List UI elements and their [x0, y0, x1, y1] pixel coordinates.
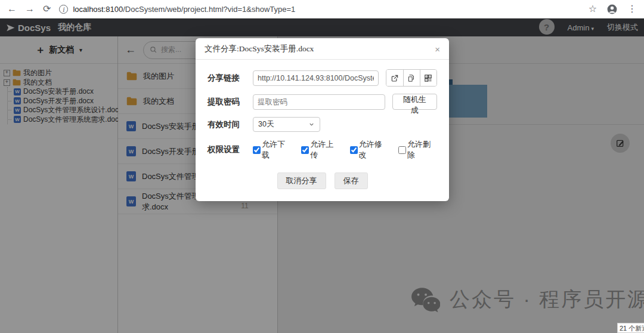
expire-label: 有效时间	[208, 119, 253, 130]
address-bar[interactable]: i localhost:8100/DocSystem/web/project.h…	[59, 5, 580, 14]
link-actions	[386, 69, 437, 87]
browser-toolbar: ← → ⟳ i localhost:8100/DocSystem/web/pro…	[0, 0, 644, 18]
open-link-button[interactable]	[386, 70, 402, 86]
site-info-icon[interactable]: i	[59, 5, 68, 14]
url-path: /DocSystem/web/project.html?vid=1&showTy…	[123, 5, 295, 14]
perm-checkbox[interactable]	[398, 146, 406, 154]
copy-link-button[interactable]	[403, 70, 420, 86]
chevron-down-icon	[308, 121, 315, 128]
notification-toast[interactable]: 21 个新通知	[617, 323, 644, 333]
share-link-label: 分享链接	[208, 73, 253, 84]
browser-profile-icon[interactable]	[606, 4, 618, 15]
perm-label: 允许下载	[262, 139, 292, 161]
random-generate-button[interactable]: 随机生成	[392, 94, 437, 110]
perm-allow-download[interactable]: 允许下载	[253, 139, 292, 161]
save-button[interactable]: 保存	[335, 172, 368, 189]
perm-checkbox[interactable]	[253, 146, 261, 154]
bookmark-star-icon[interactable]: ☆	[589, 4, 597, 14]
password-input[interactable]	[253, 94, 385, 110]
qr-code-icon	[424, 74, 432, 82]
browser-reload-icon[interactable]: ⟳	[43, 4, 51, 14]
browser-menu-icon[interactable]: ⋮	[627, 4, 637, 14]
external-link-icon	[391, 74, 399, 82]
browser-forward-icon[interactable]: →	[25, 4, 35, 14]
perm-checkbox[interactable]	[301, 146, 309, 154]
page: DocSys 我的仓库 ? Admin▾ 切换模式 ＋ 新文档 ▾ + 我的图片	[0, 18, 644, 333]
perm-allow-modify[interactable]: 允许修改	[350, 139, 389, 161]
perm-label: 允许修改	[359, 139, 389, 161]
perm-label: 允许上传	[310, 139, 340, 161]
permissions-label: 权限设置	[208, 144, 253, 155]
perm-label: 允许删除	[407, 139, 437, 161]
dialog-title: 文件分享:DocSys安装手册.docx	[205, 44, 314, 54]
share-link-input[interactable]	[253, 70, 379, 86]
perm-allow-upload[interactable]: 允许上传	[301, 139, 340, 161]
expire-value: 30天	[258, 119, 274, 130]
url-host: localhost:8100	[73, 5, 123, 14]
copy-icon	[407, 74, 416, 82]
perm-checkbox[interactable]	[350, 146, 358, 154]
close-icon[interactable]: ×	[435, 45, 440, 54]
expire-select[interactable]: 30天	[253, 117, 320, 132]
cancel-share-button[interactable]: 取消分享	[277, 172, 326, 189]
password-label: 提取密码	[208, 97, 253, 107]
perm-allow-delete[interactable]: 允许删除	[398, 139, 437, 161]
browser-back-icon[interactable]: ←	[7, 4, 17, 14]
permissions-group: 允许下载 允许上传 允许修改 允许删除	[253, 139, 437, 161]
qr-code-button[interactable]	[420, 70, 436, 86]
url-text: localhost:8100/DocSystem/web/project.htm…	[73, 5, 295, 14]
share-dialog: 文件分享:DocSys安装手册.docx × 分享链接	[196, 38, 449, 201]
